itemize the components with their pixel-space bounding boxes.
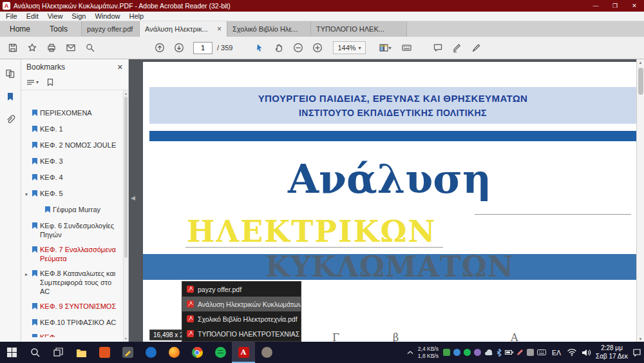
bookmark-item[interactable]: ΚΕΦ. 3: [23, 154, 122, 170]
scroll-down-icon[interactable]: ▼: [124, 337, 128, 340]
spotify-taskbar-button[interactable]: [209, 342, 232, 363]
bluetooth-tray-icon[interactable]: [497, 349, 502, 357]
clock[interactable]: 2:28 μμ Σαβ 17 Δεκ: [596, 344, 628, 360]
hand-tool-button[interactable]: [270, 39, 288, 56]
bookmark-item[interactable]: Γέφυρα Murray: [23, 202, 122, 219]
scroll-up-icon[interactable]: ▲: [124, 92, 128, 95]
bookmark-item[interactable]: ΚΕΦ.10 ΤΡΙΦΑΣΙΚΟ AC: [23, 315, 122, 331]
minimize-button[interactable]: —: [586, 0, 605, 12]
bookmarks-close-button[interactable]: ✕: [117, 63, 123, 72]
app-tools-taskbar-button[interactable]: [116, 342, 139, 363]
bookmarks-scrollbar[interactable]: ▲ ▼: [123, 90, 128, 342]
spotify-tray-icon[interactable]: [464, 349, 471, 356]
save-button[interactable]: [4, 39, 22, 56]
hidden-icons-button[interactable]: [407, 350, 413, 355]
star-button[interactable]: [23, 39, 41, 56]
wifi-icon[interactable]: [567, 348, 577, 357]
tab-tools[interactable]: Tools: [40, 21, 77, 37]
menu-item-help[interactable]: Help: [125, 12, 149, 21]
chrome-taskbar-button[interactable]: [185, 342, 209, 363]
panel-collapse-handle[interactable]: ◀: [129, 188, 137, 208]
preview-list-item[interactable]: payzy offer.pdf: [182, 282, 301, 297]
comment-button[interactable]: [429, 39, 447, 56]
previous-page-button[interactable]: [151, 39, 169, 56]
task-view-button[interactable]: [46, 342, 70, 363]
highlight-button[interactable]: [448, 39, 466, 56]
taskbar-search-button[interactable]: [23, 342, 46, 363]
battery-tray-icon[interactable]: [505, 349, 513, 355]
bookmark-item[interactable]: ΚΕΦ. 1: [23, 122, 122, 138]
zoom-dropdown[interactable]: 144% ▾: [333, 41, 365, 54]
document-tab[interactable]: Ανάλυση Ηλεκτρικ...×: [139, 21, 227, 37]
gimp-taskbar-button[interactable]: [255, 342, 278, 363]
bookmark-item[interactable]: ΚΕΦ. 2 ΝΟΜΟΣ JOULE: [23, 138, 122, 154]
bookmark-item[interactable]: ΚΕΦ. 9 ΣΥΝΤΟΝΙΣΜΟΣ: [23, 299, 122, 315]
vertical-scrollbar[interactable]: ▲ ▼: [636, 59, 644, 342]
bookmark-item[interactable]: ΚΕφ. 6 Συνδεσμολογίες Πηγών: [23, 219, 122, 242]
menu-item-view[interactable]: View: [43, 12, 68, 21]
action-center-icon[interactable]: [632, 348, 641, 357]
volume-icon[interactable]: [582, 349, 591, 357]
tab-home[interactable]: Home: [0, 21, 40, 37]
start-button[interactable]: [0, 342, 23, 363]
scroll-down-button[interactable]: ▼: [637, 337, 644, 341]
bookmark-item[interactable]: ▸ΚΕΦ.8 Καταναλωτες και Συμπεριφορά τους …: [23, 266, 122, 299]
bookmark-item[interactable]: ▾ΚΕΦ. 5: [23, 186, 122, 202]
chevron-right-icon[interactable]: ▸: [25, 270, 32, 279]
select-tool-button[interactable]: [251, 39, 269, 56]
attachments-button[interactable]: [3, 112, 18, 128]
scrollbar-thumb[interactable]: [638, 68, 643, 95]
locate-current-bookmark-button[interactable]: [46, 78, 54, 86]
maximize-button[interactable]: ❐: [605, 0, 625, 12]
email-button[interactable]: [62, 39, 80, 56]
firefox-taskbar-button[interactable]: [162, 342, 185, 363]
page-number-input[interactable]: [193, 42, 213, 54]
print-button[interactable]: [43, 39, 61, 56]
bookmark-options-button[interactable]: ▾: [26, 79, 39, 86]
bookmarks-panel-button[interactable]: [3, 89, 18, 104]
bookmark-item[interactable]: ΚΕΦ. 7 Εναλλασσόμενα Ρεύματα: [23, 242, 122, 266]
bookmarks-header: Bookmarks ✕: [21, 59, 128, 75]
shield-tray-icon[interactable]: [443, 349, 450, 356]
bookmark-item[interactable]: ΚΕΦ.: [23, 331, 122, 337]
scroll-up-button[interactable]: ▲: [637, 61, 644, 64]
menu-item-file[interactable]: File: [1, 12, 22, 21]
usb-tray-icon[interactable]: [527, 349, 534, 356]
page-display-dropdown[interactable]: ▾: [374, 39, 397, 56]
bookmark-label: ΚΕΦ. 2 ΝΟΜΟΣ JOULE: [40, 141, 120, 150]
file-explorer-taskbar-button[interactable]: [70, 342, 93, 363]
menu-item-window[interactable]: Window: [90, 12, 124, 21]
network-speed-indicator[interactable]: 2,4 KB/s 1,8 KB/s: [418, 346, 439, 359]
acrobat-taskbar-button[interactable]: [232, 342, 255, 363]
next-page-button[interactable]: [170, 39, 188, 56]
zoom-in-button[interactable]: [308, 39, 327, 56]
app-orange-taskbar-button[interactable]: [93, 342, 116, 363]
document-tab[interactable]: Σχολικό Βιβλίο Ηλε...: [227, 21, 310, 37]
tab-close-icon[interactable]: ×: [217, 25, 222, 33]
preview-list-item[interactable]: Ανάλυση Ηλεκτρικών Κυκλωμάτων.PDF: [182, 297, 301, 311]
bookmarks-scroll-thumb[interactable]: [124, 97, 128, 258]
fill-sign-button[interactable]: [468, 39, 486, 56]
close-button[interactable]: ✕: [625, 0, 644, 12]
app-blue-taskbar-button[interactable]: [139, 342, 162, 363]
document-tab[interactable]: ΤΥΠΟΛΟΓΙΟ ΗΛΕΚ...: [310, 21, 407, 37]
document-tab[interactable]: payzy offer.pdf: [81, 21, 139, 37]
keyboard-tray-icon[interactable]: [537, 349, 546, 355]
bookmark-item[interactable]: ΠΕΡΙΕΧΟΜΕΝΑ: [23, 106, 122, 122]
media-tray-icon[interactable]: [474, 349, 481, 356]
bookmark-item[interactable]: ΚΕΦ. 4: [23, 170, 122, 186]
zoom-out-button[interactable]: [289, 39, 307, 56]
menu-item-sign[interactable]: Sign: [67, 12, 90, 21]
page-scroll-options-button[interactable]: [398, 39, 416, 56]
page-thumbnails-button[interactable]: [3, 66, 18, 81]
language-indicator[interactable]: ΕΛ: [551, 349, 562, 357]
doc-title-line3: ΚΥΚΛΩΜΑΤΩΝ: [265, 253, 514, 281]
find-button[interactable]: [81, 39, 99, 56]
chevron-down-icon[interactable]: ▾: [25, 190, 32, 199]
pen-tray-icon[interactable]: [516, 349, 524, 356]
onedrive-tray-icon[interactable]: [484, 349, 493, 356]
menu-item-edit[interactable]: Edit: [22, 12, 43, 21]
preview-list-item[interactable]: ΤΥΠΟΛΟΓΙΟ ΗΛΕΚΤΡΟΤΕΧΝΙΑΣ II.pdf: [182, 326, 301, 341]
messaging-tray-icon[interactable]: [453, 349, 460, 356]
preview-list-item[interactable]: Σχολικό Βιβλίο Ηλεκτροτεχνία.pdf: [182, 311, 301, 326]
